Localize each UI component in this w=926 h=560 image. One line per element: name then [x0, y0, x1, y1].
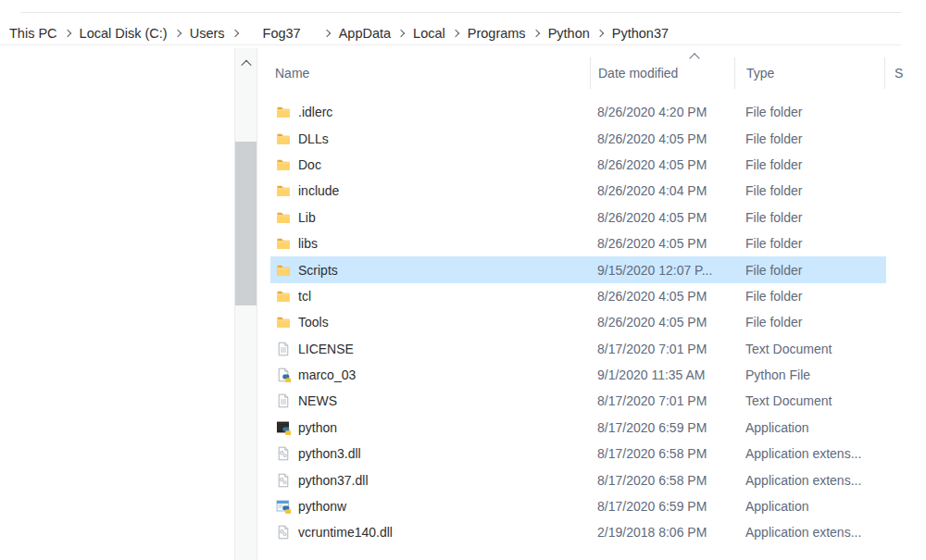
file-type: Text Document [734, 342, 886, 356]
file-row[interactable]: include 8/26/2020 4:04 PM File folder [270, 178, 886, 204]
file-row[interactable]: .idlerc 8/26/2020 4:20 PM File folder [270, 99, 886, 125]
file-name-cell: Doc [270, 157, 590, 172]
file-row[interactable]: Lib 8/26/2020 4:05 PM File folder [270, 205, 886, 230]
breadcrumb-item[interactable]: AppData [337, 25, 393, 42]
file-row[interactable]: marco_03 9/1/2020 11:35 AM Python File [270, 362, 886, 388]
file-row[interactable]: Scripts 9/15/2020 12:07 P... File folder [270, 256, 886, 282]
breadcrumb-item[interactable]: Python [546, 25, 592, 42]
file-date-modified: 8/26/2020 4:05 PM [590, 131, 734, 146]
file-name-cell: NEWS [270, 393, 590, 408]
file-name-cell: Tools [270, 315, 590, 330]
file-type: File folder [734, 105, 886, 119]
file-date-modified: 9/1/2020 11:35 AM [590, 367, 734, 382]
file-type: File folder [734, 157, 886, 172]
chevron-right-icon [63, 30, 70, 37]
dll-icon [276, 446, 291, 461]
column-header-name[interactable]: Name [270, 57, 590, 89]
file-date-modified: 2/19/2018 8:06 PM [590, 525, 734, 540]
file-type: File folder [734, 263, 886, 278]
file-name: python3.dll [298, 446, 361, 461]
chevron-right-icon [397, 30, 405, 37]
file-row[interactable]: python 8/17/2020 6:59 PM Application [270, 415, 886, 441]
file-date-modified: 9/15/2020 12:07 P... [590, 263, 734, 278]
scrollbar-thumb[interactable] [235, 142, 257, 305]
dll-icon [276, 525, 291, 540]
chevron-right-icon [322, 30, 330, 37]
text-document-icon [276, 393, 291, 408]
file-date-modified: 8/17/2020 6:59 PM [590, 420, 734, 435]
file-row[interactable]: python3.dll 8/17/2020 6:58 PM Applicatio… [270, 441, 886, 467]
file-name-cell: LICENSE [270, 342, 590, 356]
folder-icon [276, 236, 291, 251]
file-name-cell: .idlerc [270, 105, 590, 119]
file-name: NEWS [298, 393, 337, 408]
folder-icon [276, 315, 291, 330]
folder-icon [276, 210, 291, 225]
breadcrumb-item[interactable]: This PC [7, 25, 59, 42]
breadcrumb-item[interactable]: Python37 [610, 25, 670, 42]
python-file-icon [276, 367, 291, 382]
folder-icon [276, 263, 291, 278]
breadcrumb-item[interactable]: Local Disk (C:) [78, 25, 169, 42]
file-type: Application [734, 420, 886, 435]
folder-icon [276, 183, 291, 198]
column-header-type[interactable]: Type [734, 57, 884, 89]
file-row[interactable]: tcl 8/26/2020 4:05 PM File folder [270, 283, 886, 309]
file-row[interactable]: DLLs 8/26/2020 4:05 PM File folder [270, 125, 886, 151]
dll-icon [276, 473, 291, 488]
breadcrumb[interactable]: This PCLocal Disk (C:)UsersFog37AppDataL… [7, 23, 670, 44]
file-type: Application extens... [734, 473, 886, 488]
breadcrumb-item[interactable]: Programs [466, 25, 528, 42]
file-row[interactable]: python37.dll 8/17/2020 6:58 PM Applicati… [270, 467, 886, 492]
file-name: Doc [298, 157, 321, 172]
file-name-cell: pythonw [270, 499, 590, 514]
file-type: Application extens... [734, 525, 886, 540]
file-date-modified: 8/17/2020 6:58 PM [590, 473, 734, 488]
file-name-cell: Scripts [270, 263, 590, 278]
chevron-right-icon [231, 30, 238, 37]
file-row[interactable]: Doc 8/26/2020 4:05 PM File folder [270, 152, 886, 178]
file-name-cell: tcl [270, 289, 590, 304]
breadcrumb-item[interactable]: Local [411, 25, 447, 42]
file-date-modified: 8/26/2020 4:05 PM [590, 157, 734, 172]
python-window-app-icon [276, 499, 291, 514]
file-name: DLLs [298, 131, 329, 146]
breadcrumb-item[interactable]: Users [188, 25, 227, 42]
file-name: LICENSE [298, 342, 354, 356]
file-row[interactable]: vcruntime140.dll 2/19/2018 8:06 PM Appli… [270, 519, 886, 545]
file-name-cell: python37.dll [270, 473, 590, 488]
file-date-modified: 8/26/2020 4:20 PM [590, 105, 734, 119]
toolbar-divider [20, 12, 901, 13]
file-name-cell: python3.dll [270, 446, 590, 461]
folder-icon [276, 105, 291, 119]
file-name-cell: marco_03 [270, 367, 590, 382]
column-header-date-modified[interactable]: Date modified [590, 57, 734, 89]
file-name-cell: python [270, 420, 590, 435]
file-name-cell: DLLs [270, 131, 590, 146]
file-row[interactable]: NEWS 8/17/2020 7:01 PM Text Document [270, 388, 886, 414]
chevron-right-icon [596, 30, 604, 37]
text-document-icon [276, 342, 291, 356]
file-date-modified: 8/26/2020 4:05 PM [590, 315, 734, 330]
file-type: Text Document [734, 393, 886, 408]
chevron-right-icon [532, 30, 539, 37]
breadcrumb-item[interactable]: Fog37 [261, 25, 303, 42]
file-row[interactable]: LICENSE 8/17/2020 7:01 PM Text Document [270, 336, 886, 362]
file-type: File folder [734, 315, 886, 330]
scroll-up-button[interactable] [235, 54, 257, 74]
file-row[interactable]: libs 8/26/2020 4:05 PM File folder [270, 230, 886, 256]
file-name-cell: include [270, 183, 590, 198]
file-row[interactable]: Tools 8/26/2020 4:05 PM File folder [270, 309, 886, 335]
file-row[interactable]: pythonw 8/17/2020 6:59 PM Application [270, 493, 886, 519]
vertical-scrollbar[interactable] [234, 48, 257, 560]
file-name: marco_03 [298, 367, 356, 382]
file-type: File folder [734, 289, 886, 304]
file-date-modified: 8/26/2020 4:04 PM [590, 183, 734, 198]
file-name: vcruntime140.dll [298, 525, 393, 540]
file-name: Tools [298, 315, 329, 330]
folder-icon [276, 131, 291, 146]
column-header-size[interactable]: S [884, 57, 925, 89]
file-type: File folder [734, 210, 886, 225]
file-name: tcl [298, 289, 311, 304]
file-name: libs [298, 236, 318, 251]
